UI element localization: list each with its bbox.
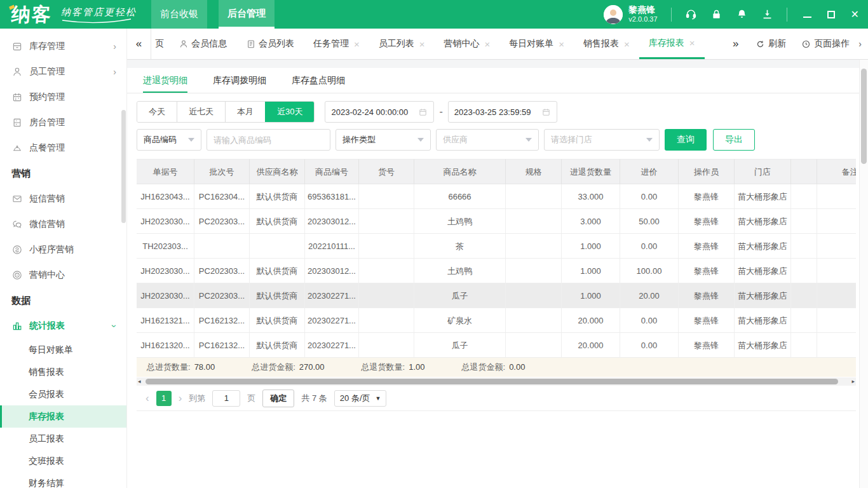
product-code-input[interactable] [207,129,330,151]
tab-stocktake-detail[interactable]: 库存盘点明细 [292,68,345,93]
tab-home[interactable]: 页 [151,29,169,59]
close-tab-icon[interactable]: × [559,39,564,49]
range-today-button[interactable]: 今天 [137,102,177,122]
tab-member-list[interactable]: 会员列表 [236,29,304,59]
table-row[interactable]: JH2023030...PC202303...默认供货商202302271...… [137,283,856,308]
download-icon[interactable] [761,8,773,20]
nav-front-cashier[interactable]: 前台收银 [151,0,207,29]
app-logo: 纳客 [10,0,53,29]
sidebar-item-marketing-center[interactable]: 营销中心 [0,262,126,288]
vertical-scrollbar-thumb[interactable] [861,69,867,164]
table-header-cell: 进价 [620,159,679,184]
table-cell [359,333,414,358]
nav-backend-admin[interactable]: 后台管理 [219,0,275,29]
inventory-icon [11,41,23,52]
sidebar-sub-member-report[interactable]: 会员报表 [0,383,126,405]
page-operations-button[interactable]: 页面操作 [794,38,857,50]
tab-daily-statement[interactable]: 每日对账单× [499,29,574,59]
close-tab-icon[interactable]: × [419,39,425,49]
tab-member-info[interactable]: 会员信息 [169,29,236,59]
supplier-select[interactable]: 供应商 [436,129,539,151]
avatar[interactable] [604,5,623,24]
table-cell [791,209,817,234]
tabs-scroll-left-icon[interactable]: « [127,29,151,59]
date-from-picker[interactable]: 2023-02-24 00:00:00 [325,101,434,123]
tabbar-actions: » 刷新 页面操作 › [724,29,868,59]
vertical-scrollbar[interactable] [859,60,868,488]
tabs-scroll-right-icon[interactable]: » [724,37,747,50]
table-cell [359,184,414,209]
sidebar-sub-finance-settlement[interactable]: 财务结算 [0,472,126,488]
sidebar-item-label: 统计报表 [29,320,65,332]
search-button[interactable]: 查询 [665,129,707,151]
confirm-button[interactable]: 确定 [262,390,294,407]
close-tab-icon[interactable]: × [354,39,360,49]
range-last30days-button[interactable]: 近30天 [265,102,314,122]
sidebar-item-room[interactable]: 房台管理 [0,110,126,135]
bell-icon[interactable] [736,8,748,20]
close-tab-icon[interactable]: × [689,38,695,48]
range-this-month-button[interactable]: 本月 [225,102,265,122]
scroll-left-arrow-icon[interactable]: ◂ [138,377,141,386]
sidebar-item-staff[interactable]: 员工管理 › [0,59,126,85]
sidebar-sub-staff-report[interactable]: 员工报表 [0,428,126,450]
table-row[interactable]: JH1621321...PC162132...默认供货商202302271...… [137,308,856,333]
page-size-select[interactable]: 20 条/页▼ [334,390,387,407]
operation-type-select[interactable]: 操作类型 [336,129,431,151]
prev-page-icon[interactable]: ‹ [146,392,149,405]
tab-inventory-report[interactable]: 库存报表× [639,29,705,59]
table-body: JH1623043...PC162304...默认供货商695363181...… [137,184,856,358]
close-tab-icon[interactable]: × [624,39,630,49]
tab-transfer-detail[interactable]: 库存调拨明细 [213,68,266,93]
code-type-select[interactable]: 商品编码 [137,129,201,151]
close-icon[interactable]: ✕ [851,10,859,20]
scroll-right-arrow-icon[interactable]: ▸ [851,377,855,386]
table-row[interactable]: JH2023030...PC202303...默认供货商202303012...… [137,259,856,283]
sidebar-item-inventory[interactable]: 库存管理 › [0,34,126,59]
tab-staff-list[interactable]: 员工列表× [369,29,435,59]
table-row[interactable]: JH1623043...PC162304...默认供货商695363181...… [137,184,856,209]
minimize-icon[interactable] [803,11,811,18]
sidebar-sub-sales-report[interactable]: 销售报表 [0,361,126,383]
sidebar-item-wechat[interactable]: 微信营销 [0,212,126,237]
page-number-button[interactable]: 1 [156,391,172,406]
sidebar-sub-shift-report[interactable]: 交班报表 [0,450,126,472]
table-row[interactable]: JH2023030...PC202303...默认供货商202303012...… [137,209,856,234]
tab-marketing-center[interactable]: 营销中心× [435,29,500,59]
store-select[interactable]: 请选择门店 [544,129,660,151]
table-row[interactable]: TH202303...202210111...茶1.0000.00黎燕锋苗大桶形… [137,234,856,259]
tab-sales-report[interactable]: 销售报表× [574,29,639,59]
horizontal-scrollbar-thumb[interactable] [146,379,838,384]
logo-wrap: 纳客 纳客管店更轻松 [11,0,137,29]
table-cell: 默认供货商 [250,283,305,308]
tab-task-management[interactable]: 任务管理× [304,29,369,59]
table-header-cell: 操作员 [679,159,735,184]
range-last7days-button[interactable]: 近七天 [177,102,225,122]
tab-purchase-return-detail[interactable]: 进退货明细 [143,68,187,93]
maximize-icon[interactable] [827,11,835,18]
sidebar-item-dining[interactable]: 点餐管理 [0,135,126,161]
table-cell: 黎燕锋 [679,308,735,333]
service-icon[interactable] [685,8,697,20]
sidebar-item-statistics-report[interactable]: 统计报表 › [0,313,126,339]
sidebar-scrollbar[interactable] [121,110,126,223]
sidebar-item-sms[interactable]: 短信营销 [0,186,126,212]
refresh-button[interactable]: 刷新 [748,38,794,50]
lock-icon[interactable] [710,8,722,20]
table-cell [791,234,817,259]
sidebar-item-miniprogram[interactable]: 小程序营销 [0,237,126,262]
sidebar-sub-inventory-report[interactable]: 库存报表 [0,405,126,428]
table-row[interactable]: JH1621320...PC162132...默认供货商202302271...… [137,333,856,358]
horizontal-scrollbar[interactable]: ◂ ▸ [137,377,856,386]
goto-page-input[interactable] [212,390,240,407]
sidebar-section-data: 数据 [0,288,126,313]
export-button[interactable]: 导出 [713,129,755,151]
more-chevron-icon[interactable]: › [857,39,868,49]
table-header-cell: 门店 [735,159,791,184]
sidebar-item-reservation[interactable]: 预约管理 [0,85,126,110]
next-page-icon[interactable]: › [179,392,182,405]
table-cell: 默认供货商 [250,209,305,234]
sidebar-sub-daily-statement[interactable]: 每日对账单 [0,339,126,361]
close-tab-icon[interactable]: × [485,39,491,49]
date-to-picker[interactable]: 2023-03-25 23:59:59 [448,101,557,123]
